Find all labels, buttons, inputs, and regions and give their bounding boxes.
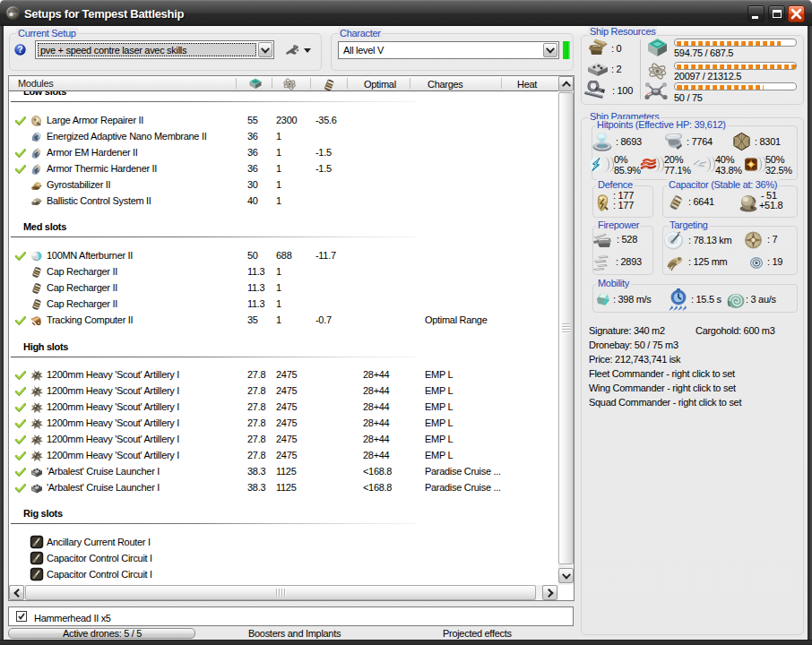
- svg-text:?: ?: [18, 45, 23, 55]
